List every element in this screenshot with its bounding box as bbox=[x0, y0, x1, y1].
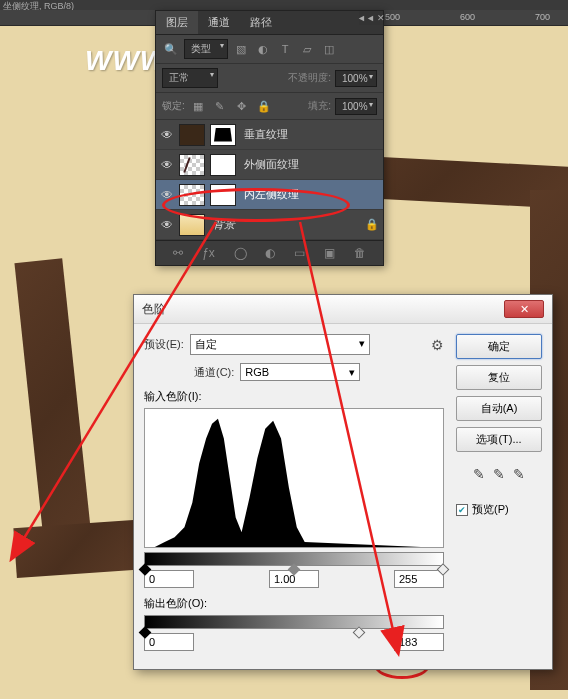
layer-mask-thumb[interactable] bbox=[210, 184, 236, 206]
preset-select[interactable]: 自定 bbox=[190, 334, 370, 355]
lock-icon: 🔒 bbox=[365, 218, 379, 231]
panel-footer: ⚯ ƒx ◯ ◐ ▭ ▣ 🗑 bbox=[156, 240, 383, 265]
group-icon[interactable]: ▭ bbox=[294, 246, 305, 260]
layer-name: 垂直纹理 bbox=[241, 127, 288, 142]
tab-paths[interactable]: 路径 bbox=[240, 11, 282, 34]
ruler-mark: 700 bbox=[535, 12, 550, 22]
adjustment-icon[interactable]: ◐ bbox=[265, 246, 275, 260]
input-levels-label: 输入色阶(I): bbox=[144, 390, 201, 402]
ruler-mark: 600 bbox=[460, 12, 475, 22]
filter-adj-icon[interactable]: ◐ bbox=[254, 40, 272, 58]
dialog-title: 色阶 bbox=[142, 301, 166, 318]
filter-type-dd[interactable]: 类型 bbox=[184, 39, 228, 59]
fill-label: 填充: bbox=[308, 99, 331, 113]
options-button[interactable]: 选项(T)... bbox=[456, 427, 542, 452]
lock-all-icon[interactable]: 🔒 bbox=[255, 97, 273, 115]
filter-shape-icon[interactable]: ▱ bbox=[298, 40, 316, 58]
gear-icon[interactable]: ⚙ bbox=[431, 337, 444, 353]
visibility-icon[interactable]: 👁 bbox=[160, 218, 174, 232]
filter-smart-icon[interactable]: ◫ bbox=[320, 40, 338, 58]
layer-thumb[interactable] bbox=[179, 214, 205, 236]
title-text: 坐侧纹理, RGB/8) bbox=[3, 0, 74, 10]
layer-name: 背景 bbox=[210, 217, 235, 232]
tab-channels[interactable]: 通道 bbox=[198, 11, 240, 34]
channel-label: 通道(C): bbox=[194, 365, 234, 380]
layer-thumb[interactable] bbox=[179, 184, 205, 206]
lock-label: 锁定: bbox=[162, 99, 185, 113]
lock-move-icon[interactable]: ✥ bbox=[233, 97, 251, 115]
layer-name: 外侧面纹理 bbox=[241, 157, 299, 172]
layer-row-selected[interactable]: 👁 内左侧纹理 bbox=[156, 180, 383, 210]
visibility-icon[interactable]: 👁 bbox=[160, 188, 174, 202]
preview-label: 预览(P) bbox=[472, 502, 509, 517]
auto-button[interactable]: 自动(A) bbox=[456, 396, 542, 421]
layer-row[interactable]: 👁 外侧面纹理 bbox=[156, 150, 383, 180]
panel-collapse[interactable]: ◄◄✕ bbox=[359, 11, 383, 25]
opacity-value[interactable]: 100% bbox=[335, 70, 377, 87]
blend-mode-dd[interactable]: 正常 bbox=[162, 68, 218, 88]
trash-icon[interactable]: 🗑 bbox=[354, 246, 366, 260]
fx-icon[interactable]: ƒx bbox=[202, 246, 215, 260]
lock-paint-icon[interactable]: ✎ bbox=[211, 97, 229, 115]
preset-label: 预设(E): bbox=[144, 337, 184, 352]
output-slider[interactable] bbox=[144, 615, 444, 629]
eyedropper-gray-icon[interactable]: ✎ bbox=[493, 466, 505, 482]
layer-thumb[interactable] bbox=[179, 154, 205, 176]
layer-row[interactable]: 👁 背景 🔒 bbox=[156, 210, 383, 240]
tab-layers[interactable]: 图层 bbox=[156, 11, 198, 34]
output-levels-label: 输出色阶(O): bbox=[144, 597, 207, 609]
layer-name: 内左侧纹理 bbox=[241, 187, 299, 202]
channel-select[interactable]: RGB bbox=[240, 363, 360, 381]
layer-thumb[interactable] bbox=[179, 124, 205, 146]
mask-icon[interactable]: ◯ bbox=[234, 246, 247, 260]
output-white-field[interactable] bbox=[394, 633, 444, 651]
input-black-field[interactable] bbox=[144, 570, 194, 588]
search-icon[interactable]: 🔍 bbox=[162, 40, 180, 58]
filter-text-icon[interactable]: T bbox=[276, 40, 294, 58]
close-button[interactable]: ✕ bbox=[504, 300, 544, 318]
ok-button[interactable]: 确定 bbox=[456, 334, 542, 359]
cancel-button[interactable]: 复位 bbox=[456, 365, 542, 390]
lock-trans-icon[interactable]: ▦ bbox=[189, 97, 207, 115]
opacity-label: 不透明度: bbox=[288, 71, 331, 85]
ruler-mark: 500 bbox=[385, 12, 400, 22]
eyedropper-black-icon[interactable]: ✎ bbox=[473, 466, 485, 482]
new-layer-icon[interactable]: ▣ bbox=[324, 246, 335, 260]
visibility-icon[interactable]: 👁 bbox=[160, 158, 174, 172]
levels-dialog: 色阶 ✕ 预设(E): 自定 ⚙ 通道(C): RGB 输入色阶(I): bbox=[133, 294, 553, 670]
layers-panel: ◄◄✕ 图层 通道 路径 🔍 类型 ▧ ◐ T ▱ ◫ 正常 不透明度: 100… bbox=[155, 10, 384, 266]
preview-checkbox[interactable]: ✔ bbox=[456, 504, 468, 516]
output-black-field[interactable] bbox=[144, 633, 194, 651]
layer-row[interactable]: 👁 垂直纹理 bbox=[156, 120, 383, 150]
link-layers-icon[interactable]: ⚯ bbox=[173, 246, 183, 260]
layer-mask-thumb[interactable] bbox=[210, 124, 236, 146]
layer-mask-thumb[interactable] bbox=[210, 154, 236, 176]
input-slider[interactable] bbox=[144, 552, 444, 566]
input-white-field[interactable] bbox=[394, 570, 444, 588]
filter-pixel-icon[interactable]: ▧ bbox=[232, 40, 250, 58]
histogram[interactable] bbox=[144, 408, 444, 548]
eyedropper-white-icon[interactable]: ✎ bbox=[513, 466, 525, 482]
fill-value[interactable]: 100% bbox=[335, 98, 377, 115]
visibility-icon[interactable]: 👁 bbox=[160, 128, 174, 142]
